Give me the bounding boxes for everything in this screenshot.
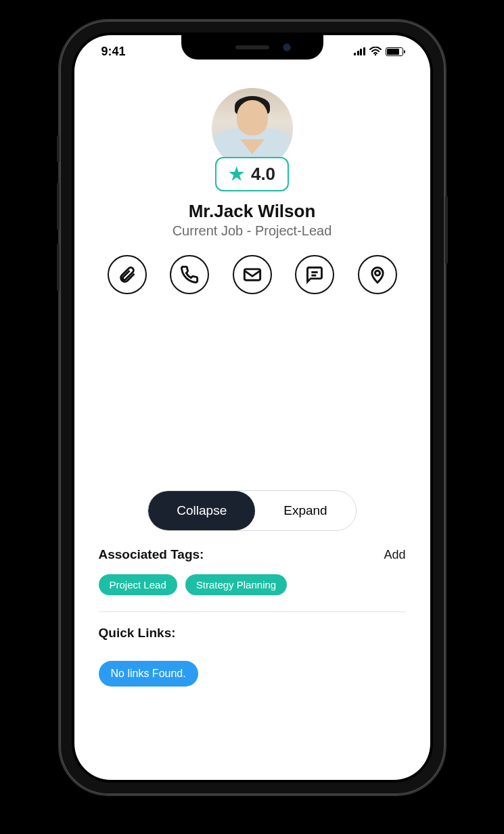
signal-icon xyxy=(354,47,365,55)
no-links-pill: No links Found. xyxy=(99,661,198,687)
expand-button[interactable]: Expand xyxy=(255,491,355,530)
phone-frame: 9:41 ★ 4.0 xyxy=(60,20,445,795)
mute-switch xyxy=(57,135,60,162)
collapse-button[interactable]: Collapse xyxy=(148,491,255,530)
volume-up-button xyxy=(57,183,60,230)
toggle-row: Collapse Expand xyxy=(93,490,411,531)
email-button[interactable] xyxy=(233,255,272,294)
mail-icon xyxy=(243,265,262,284)
notch xyxy=(181,35,323,60)
collapse-expand-toggle: Collapse Expand xyxy=(147,490,356,531)
tags-title: Associated Tags: xyxy=(99,547,204,562)
status-icons xyxy=(350,44,407,59)
paperclip-icon xyxy=(118,265,137,284)
message-button[interactable] xyxy=(295,255,334,294)
location-icon xyxy=(368,265,387,284)
links-section: Quick Links: No links Found. xyxy=(74,626,430,687)
rating-value: 4.0 xyxy=(251,164,275,185)
tag-chip[interactable]: Strategy Planning xyxy=(185,574,287,595)
tags-section: Associated Tags: Add Project Lead Strate… xyxy=(74,547,430,595)
star-icon: ★ xyxy=(229,164,244,185)
svg-point-0 xyxy=(374,54,375,55)
svg-rect-1 xyxy=(244,269,260,280)
action-row xyxy=(104,255,401,294)
tag-chip[interactable]: Project Lead xyxy=(99,574,177,595)
volume-down-button xyxy=(57,244,60,291)
profile-header: ★ 4.0 Mr.Jack Wilson Current Job - Proje… xyxy=(74,81,430,294)
attachment-button[interactable] xyxy=(108,255,147,294)
status-time: 9:41 xyxy=(97,43,130,60)
wifi-icon xyxy=(369,47,382,56)
profile-name: Mr.Jack Wilson xyxy=(189,201,316,222)
chat-icon xyxy=(305,265,324,284)
tags-list: Project Lead Strategy Planning xyxy=(99,574,406,595)
svg-point-4 xyxy=(375,271,380,275)
power-button xyxy=(445,196,448,264)
divider xyxy=(99,611,406,612)
links-title: Quick Links: xyxy=(99,626,176,641)
screen: 9:41 ★ 4.0 xyxy=(74,35,430,780)
battery-icon xyxy=(386,47,403,56)
phone-button[interactable] xyxy=(170,255,209,294)
add-tag-button[interactable]: Add xyxy=(384,548,405,562)
location-button[interactable] xyxy=(358,255,397,294)
phone-icon xyxy=(180,265,199,284)
profile-job: Current Job - Project-Lead xyxy=(173,223,332,239)
rating-badge[interactable]: ★ 4.0 xyxy=(215,157,289,191)
